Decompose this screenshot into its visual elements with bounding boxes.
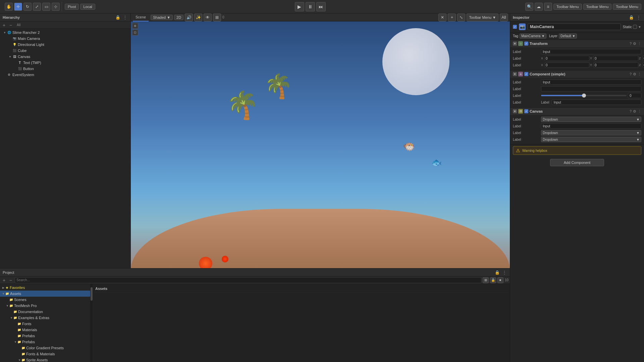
position-input[interactable]	[541, 49, 641, 54]
canvas-dropdown4[interactable]: Dropdown ▼	[541, 137, 641, 142]
2d-btn[interactable]: 2D	[174, 15, 183, 20]
project-view-btn[interactable]: ⊞	[483, 277, 489, 283]
gizmo-2[interactable]: ⊡	[132, 29, 138, 36]
toolbar-menu-btn-3[interactable]: Toolbar Menu	[613, 4, 641, 10]
documentation-item[interactable]: 📁 Documentation	[0, 309, 90, 315]
canvas-dropdown1[interactable]: Dropdown ▼	[541, 117, 641, 122]
pause-button[interactable]: ⏸	[306, 2, 315, 11]
layers-icon[interactable]: ≡	[544, 3, 552, 11]
scene-effects-btn[interactable]: ✨	[194, 13, 202, 21]
canvas-header[interactable]: ▼ 🖼 ✓ Canvas ? ⚙ ⋮	[510, 108, 644, 115]
transform-settings-btn[interactable]: ⚙	[633, 42, 636, 46]
y2-input[interactable]	[594, 62, 638, 68]
layer-dropdown[interactable]: Default ▼	[559, 34, 577, 39]
scene-grid-btn[interactable]: ⊞	[213, 13, 221, 21]
search-icon[interactable]: 🔍	[525, 3, 533, 11]
scene-add-btn[interactable]: +	[448, 13, 456, 21]
static-arrow[interactable]: ▼	[638, 25, 641, 29]
scene-hidden-btn[interactable]: 👁	[204, 13, 212, 21]
scene-expand-btn[interactable]: ⤡	[457, 13, 465, 21]
canvas-input2[interactable]	[541, 123, 641, 129]
z1-input[interactable]	[643, 56, 644, 61]
transform-help-btn[interactable]: ?	[630, 42, 632, 46]
prefabs2-item[interactable]: ▼ 📁 Prefabs	[0, 339, 90, 345]
hierarchy-item-eventsystem[interactable]: ⚙ EventSystem	[0, 72, 130, 78]
toolbar-menu-btn-2[interactable]: Toolbar Menu	[583, 4, 612, 10]
scene-tab[interactable]: Scene	[133, 13, 149, 21]
favorites-item[interactable]: ▶ ★ Favorites	[0, 285, 90, 291]
simple-slider-thumb[interactable]	[582, 94, 586, 98]
simple-toggle[interactable]: ▼	[513, 72, 517, 76]
x1-input[interactable]	[545, 56, 589, 61]
transform-toggle[interactable]: ▼	[513, 42, 517, 46]
z2-input[interactable]	[643, 62, 644, 68]
transform-tool[interactable]: ⊹	[52, 3, 60, 11]
canvas-settings-btn[interactable]: ⚙	[633, 109, 636, 114]
y1-input[interactable]	[594, 56, 638, 61]
static-checkbox[interactable]	[633, 25, 637, 29]
play-button[interactable]: ▶	[295, 2, 304, 11]
project-star-btn[interactable]: ★	[497, 277, 503, 283]
project-lock2-btn[interactable]: 🔒	[490, 277, 496, 283]
transform-menu-btn[interactable]: ⋮	[638, 42, 641, 46]
simple-help-btn[interactable]: ?	[630, 72, 632, 76]
toolbar-menu-btn-1[interactable]: Toolbar Menu	[553, 4, 582, 10]
textmesh-item[interactable]: ▼ 📁 TextMesh Pro	[0, 303, 90, 309]
color-gradient-item[interactable]: 📁 Color Gradient Presets	[0, 345, 90, 351]
simple-slider[interactable]	[541, 95, 627, 96]
component-simple-header[interactable]: ▼ ⊕ ✓ Component (simple) ? ⚙ ⋮	[510, 70, 644, 78]
scene-close-btn[interactable]: ✕	[438, 13, 446, 21]
scene-toolbar-menu[interactable]: Toolbar Menu▼	[467, 13, 498, 21]
canvas-toggle[interactable]: ▼	[513, 109, 517, 113]
rotate-tool[interactable]: ↻	[23, 3, 32, 11]
simple-menu-btn[interactable]: ⋮	[638, 72, 641, 76]
move-tool[interactable]: ✛	[14, 3, 22, 11]
hierarchy-item-directionallight[interactable]: 💡 Directional Light	[0, 42, 130, 48]
canvas-help-btn[interactable]: ?	[630, 109, 632, 114]
object-active-checkbox[interactable]: ✓	[513, 25, 517, 29]
rect-tool[interactable]: ▭	[42, 3, 50, 11]
x2-input[interactable]	[545, 62, 589, 68]
shading-dropdown[interactable]: Shaded▼	[151, 15, 173, 20]
scenes-item[interactable]: 📁 Scenes	[0, 297, 90, 303]
pivot-button[interactable]: Pivot	[65, 4, 79, 10]
add-component-button[interactable]: Add Component	[550, 159, 604, 166]
canvas-active[interactable]: ✓	[524, 109, 528, 113]
canvas-dropdown3[interactable]: Dropdown ▼	[541, 130, 641, 135]
simple-input4[interactable]	[552, 100, 641, 105]
hierarchy-item-text[interactable]: T Text (TMP)	[0, 60, 130, 66]
scene-audio-btn[interactable]: 🔊	[185, 13, 193, 21]
collab-icon[interactable]: ☁	[535, 3, 543, 11]
hierarchy-item-cube[interactable]: ⬛ Cube	[0, 48, 130, 54]
project-add-btn[interactable]: +	[1, 278, 7, 283]
scale-tool[interactable]: ⤢	[33, 3, 41, 11]
examples-item[interactable]: ▼ 📁 Examples & Extras	[0, 315, 90, 321]
inspector-lock-btn[interactable]: 🔒	[628, 15, 635, 20]
local-button[interactable]: Local	[80, 4, 95, 10]
assets-item[interactable]: ▼ 📁 Assets	[0, 291, 90, 297]
canvas-menu-btn[interactable]: ⋮	[638, 109, 641, 114]
scene-all-btn[interactable]: All	[500, 13, 508, 21]
project-menu-btn[interactable]: ⋮	[502, 270, 507, 275]
materials-item[interactable]: 📁 Materials	[0, 327, 90, 333]
hand-tool[interactable]: ✋	[5, 3, 13, 11]
simple-active[interactable]: ✓	[524, 72, 528, 76]
hierarchy-minus-btn[interactable]: −	[8, 22, 13, 28]
inspector-menu-btn[interactable]: ⋮	[636, 15, 641, 20]
hierarchy-item-button[interactable]: ⬛ Button	[0, 66, 130, 72]
hierarchy-item-maincamera[interactable]: 📷 Main Camera	[0, 36, 130, 42]
hierarchy-add-btn[interactable]: +	[1, 22, 7, 28]
project-lock-btn[interactable]: 🔒	[494, 270, 500, 275]
project-search-input[interactable]	[15, 277, 481, 283]
hierarchy-menu-btn[interactable]: ⋮	[122, 15, 128, 20]
hierarchy-lock-btn[interactable]: 🔒	[115, 15, 121, 20]
tag-dropdown[interactable]: MainCamera ▼	[520, 34, 546, 39]
sprite-assets-item[interactable]: ▼ 📁 Sprite Assets	[0, 357, 90, 362]
gizmo-1[interactable]: ⊕	[132, 23, 138, 29]
step-button[interactable]: ⏭	[316, 2, 326, 11]
hierarchy-item-canvas[interactable]: ▼ 🖼 Canvas	[0, 54, 130, 60]
simple-settings-btn[interactable]: ⚙	[633, 72, 636, 76]
fonts-item[interactable]: 📁 Fonts	[0, 321, 90, 327]
transform-header[interactable]: ▼ ⊹ ✓ Transform ? ⚙ ⋮	[510, 40, 644, 47]
prefabs-item[interactable]: 📁 Prefabs	[0, 333, 90, 339]
